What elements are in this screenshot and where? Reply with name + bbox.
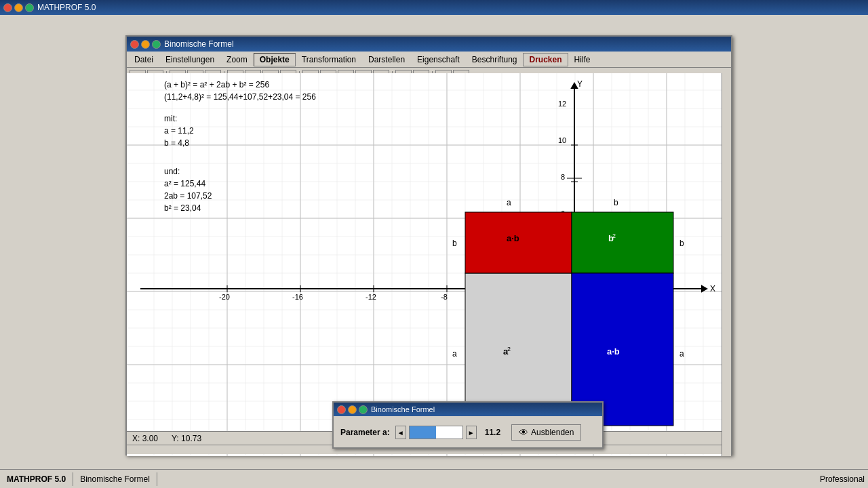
- menu-drucken[interactable]: Drucken: [523, 53, 568, 66]
- graph-svg: X Y -20 -16 -12 -8 -4 0 12 10 8 6 4 2 -2…: [127, 73, 722, 456]
- svg-text:2: 2: [612, 232, 616, 239]
- menu-beschriftung[interactable]: Beschriftung: [466, 53, 524, 66]
- menu-datei[interactable]: Datei: [128, 53, 159, 66]
- param-dialog: Binomische Formel Parameter a: ◄ ► 11.2 …: [332, 401, 604, 449]
- slider-left-btn[interactable]: ◄: [395, 426, 406, 439]
- slider-fill: [410, 426, 436, 439]
- menu-darstellen[interactable]: Darstellen: [362, 53, 411, 66]
- menu-eigenschaft[interactable]: Eigenschaft: [411, 53, 466, 66]
- svg-text:b: b: [614, 198, 618, 207]
- ausblenden-button[interactable]: 👁 Ausblenden: [511, 424, 581, 441]
- ausblenden-icon: 👁: [519, 427, 528, 438]
- menu-hilfe[interactable]: Hilfe: [568, 53, 597, 66]
- param-close-btn[interactable]: [337, 405, 346, 414]
- formula1: (a + b)² = a² + 2ab + b² = 256: [164, 80, 269, 89]
- main-app-title: MATHPROF 5.0: [37, 3, 96, 12]
- svg-text:-16: -16: [292, 293, 303, 301]
- edition-label: Professional: [820, 474, 865, 484]
- svg-text:a: a: [452, 349, 457, 359]
- minimize-btn[interactable]: [141, 40, 150, 49]
- graph-area: X Y -20 -16 -12 -8 -4 0 12 10 8 6 4 2 -2…: [127, 73, 722, 456]
- svg-text:10: 10: [558, 136, 566, 144]
- svg-text:-8: -8: [441, 293, 448, 301]
- ausblenden-label: Ausblenden: [531, 428, 574, 437]
- param-dialog-title: Binomische Formel: [371, 405, 435, 413]
- svg-text:a: a: [507, 198, 511, 207]
- taskbar-window-label[interactable]: Binomische Formel: [73, 472, 157, 486]
- param-label: Parameter a:: [340, 428, 390, 437]
- taskbar-app-label[interactable]: MATHPROF 5.0: [0, 472, 73, 486]
- b2-value: b² = 23,04: [164, 203, 201, 213]
- menubar: Datei Einstellungen Zoom Objekte Transfo…: [127, 52, 731, 68]
- vertical-scrollbar[interactable]: [722, 73, 731, 456]
- param-titlebar: Binomische Formel: [334, 403, 602, 416]
- svg-text:12: 12: [558, 100, 566, 108]
- a-value: a = 11,2: [164, 126, 194, 136]
- formel-titlebar: Binomische Formel: [127, 37, 731, 52]
- maximize-btn[interactable]: [152, 40, 161, 49]
- svg-text:b: b: [452, 239, 457, 248]
- mit-label: mit:: [164, 114, 177, 123]
- taskbar: MATHPROF 5.0 Binomische Formel Professio…: [0, 469, 868, 488]
- svg-text:2: 2: [507, 346, 511, 352]
- svg-rect-104: [572, 212, 673, 273]
- svg-text:X: X: [710, 284, 715, 293]
- main-minimize-btn[interactable]: [14, 3, 23, 12]
- menu-zoom[interactable]: Zoom: [220, 53, 254, 66]
- svg-text:b: b: [679, 239, 684, 248]
- main-maximize-btn[interactable]: [25, 3, 34, 12]
- param-minimize-btn[interactable]: [348, 405, 357, 414]
- menu-einstellungen[interactable]: Einstellungen: [159, 53, 220, 66]
- param-value: 11.2: [485, 428, 500, 437]
- a2-value: a² = 125,44: [164, 179, 205, 188]
- status-y: Y: 10.73: [172, 434, 201, 443]
- formula2: (11,2+4,8)² = 125,44+107,52+23,04 = 256: [164, 92, 316, 102]
- param-content: Parameter a: ◄ ► 11.2 👁 Ausblenden: [334, 416, 602, 449]
- svg-text:a: a: [679, 349, 684, 359]
- param-maximize-btn[interactable]: [359, 405, 368, 414]
- svg-text:Y: Y: [577, 79, 583, 89]
- param-slider[interactable]: [409, 426, 463, 439]
- svg-text:-12: -12: [366, 293, 376, 301]
- main-close-btn[interactable]: [3, 3, 12, 12]
- svg-text:8: 8: [561, 173, 565, 181]
- formel-window: Binomische Formel Datei Einstellungen Zo…: [125, 35, 732, 455]
- status-x: X: 3.00: [132, 434, 158, 443]
- param-slider-container: ◄ ►: [395, 426, 477, 439]
- und-label: und:: [164, 167, 180, 176]
- menu-objekte[interactable]: Objekte: [254, 53, 296, 66]
- formel-titlebar-buttons: [130, 40, 161, 49]
- ab-value: 2ab = 107,52: [164, 191, 212, 201]
- svg-text:-20: -20: [219, 293, 230, 301]
- b-value: b = 4,8: [164, 138, 189, 148]
- svg-text:a·b: a·b: [507, 233, 519, 243]
- main-titlebar-buttons: [3, 3, 34, 12]
- slider-right-btn[interactable]: ►: [466, 426, 477, 439]
- menu-transformation[interactable]: Transformation: [296, 53, 362, 66]
- svg-text:a·b: a·b: [607, 346, 620, 357]
- window-title: Binomische Formel: [164, 39, 234, 49]
- close-btn[interactable]: [130, 40, 139, 49]
- param-titlebar-buttons: [337, 405, 368, 414]
- main-titlebar: MATHPROF 5.0: [0, 0, 868, 15]
